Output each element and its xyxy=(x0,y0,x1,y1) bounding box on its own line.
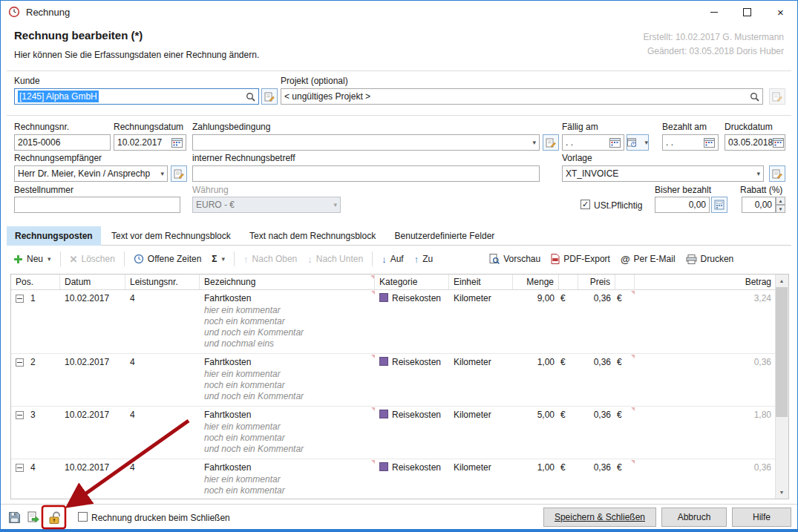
calendar-icon[interactable] xyxy=(609,137,621,148)
scroll-down-icon[interactable]: ▼ xyxy=(776,486,788,499)
invoice-item-row[interactable]: 310.02.20174FahrtkostenReisekostenKilome… xyxy=(11,407,776,421)
ust-pflichtig-label: USt.Pflichtig xyxy=(594,200,642,211)
auf-button[interactable]: ↓ Auf xyxy=(376,251,409,268)
rabatt-stepper[interactable]: ▲ ▼ xyxy=(776,197,785,213)
col-leistungsnr[interactable]: Leistungsnr. xyxy=(125,275,200,289)
maximize-button[interactable] xyxy=(730,1,764,23)
bisher-bezahlt-input[interactable]: 0,00 xyxy=(655,197,710,213)
stepper-down-icon[interactable]: ▼ xyxy=(776,205,785,213)
vorlage-edit-button[interactable] xyxy=(769,165,785,182)
calendar-icon[interactable] xyxy=(773,137,784,148)
projekt-edit-button xyxy=(769,88,785,105)
projekt-input[interactable]: < ungültiges Projekt > xyxy=(281,88,763,105)
cancel-button[interactable]: Abbruch xyxy=(661,508,727,527)
pdf-export-button[interactable]: PDF-Export xyxy=(546,251,615,267)
rechnungsnr-label: Rechnungsnr. xyxy=(14,122,69,132)
item-preis: 0,36 xyxy=(578,354,615,369)
kunde-label: Kunde xyxy=(14,76,40,86)
col-einheit[interactable]: Einheit xyxy=(449,275,513,289)
zu-button[interactable]: ↑ Zu xyxy=(409,251,439,268)
projekt-search-icon[interactable] xyxy=(750,92,759,102)
vorschau-button[interactable]: Vorschau xyxy=(484,251,546,267)
druckdatum-input[interactable]: 03.05.2018 xyxy=(725,134,785,151)
bestellnummer-input[interactable] xyxy=(14,197,180,213)
scrollbar-thumb[interactable] xyxy=(776,287,788,417)
collapse-row-icon[interactable] xyxy=(16,358,24,367)
nach-unten-button: ↓ Nach Unten xyxy=(302,251,368,268)
stepper-up-icon[interactable]: ▲ xyxy=(776,197,785,205)
export-button[interactable] xyxy=(24,508,42,526)
vorlage-combobox[interactable]: XT_INVOICE ▾ xyxy=(562,165,764,182)
item-preis-currency: € xyxy=(615,354,635,369)
zahlungsbedingung-edit-button[interactable] xyxy=(543,134,559,151)
faellig-am-options-button[interactable]: ▾ xyxy=(627,134,649,151)
item-comment: und noch ein Kommentar xyxy=(200,327,776,338)
scroll-up-icon[interactable]: ▲ xyxy=(776,275,788,287)
calendar-icon[interactable] xyxy=(171,137,183,148)
neu-button[interactable]: Neu ▾ xyxy=(8,251,56,267)
offene-zeiten-button[interactable]: Offene Zeiten xyxy=(128,251,207,267)
item-pos: 4 xyxy=(30,462,36,473)
item-betrag: 3,24 xyxy=(635,290,776,305)
item-comment: und noch ein Kommentar xyxy=(200,391,776,402)
col-menge[interactable]: Menge xyxy=(513,275,559,289)
bezahlt-am-input[interactable]: . . xyxy=(662,134,719,151)
col-preis[interactable]: Preis xyxy=(578,275,615,289)
tab-text-vor-rechnungsblock[interactable]: Text vor dem Rechnungsblock xyxy=(103,226,239,246)
loeschen-button: ✕ Löschen xyxy=(65,251,120,268)
edit-icon xyxy=(772,91,782,102)
calculator-icon xyxy=(714,200,725,210)
help-button[interactable]: Hilfe xyxy=(732,508,791,527)
tab-benutzerdefinierte-felder[interactable]: Benutzerdefinierte Felder xyxy=(387,226,503,246)
separator xyxy=(7,70,791,71)
close-button[interactable]: × xyxy=(764,1,797,23)
zahlungsbedingung-combobox[interactable]: ▾ xyxy=(192,134,540,151)
plus-icon xyxy=(13,254,23,264)
col-kategorie[interactable]: Kategorie xyxy=(375,275,449,289)
kunde-search-icon[interactable] xyxy=(246,92,255,102)
rechnungsnr-value: 2015-0006 xyxy=(18,137,60,148)
item-bezeichnung: Fahrtkosten xyxy=(200,290,375,305)
collapse-row-icon[interactable] xyxy=(16,411,24,419)
col-betrag[interactable]: Betrag xyxy=(635,275,776,289)
rechnungsempfaenger-edit-button[interactable] xyxy=(171,165,187,182)
save-close-button[interactable]: Speichern & Schließen xyxy=(543,508,656,527)
item-comments: hier ein kommentarnoch ein kommentarund … xyxy=(11,305,776,349)
tab-text-nach-rechnungsblock[interactable]: Text nach dem Rechnungsblock xyxy=(241,226,384,246)
item-pos: 1 xyxy=(30,293,36,303)
rechnungsnr-input[interactable]: 2015-0006 xyxy=(14,134,111,151)
collapse-row-icon[interactable] xyxy=(16,464,24,472)
bisher-bezahlt-calculator-button[interactable] xyxy=(711,197,727,213)
col-datum[interactable]: Datum xyxy=(60,275,125,289)
calendar-icon[interactable] xyxy=(704,137,715,148)
edit-icon xyxy=(174,168,184,179)
invoice-item-row[interactable]: 110.02.20174FahrtkostenReisekostenKilome… xyxy=(11,290,776,305)
collapse-row-icon[interactable] xyxy=(16,295,24,303)
edit-icon xyxy=(772,168,782,179)
ust-pflichtig-checkbox[interactable]: ✓ xyxy=(580,200,590,209)
chevron-down-icon: ▾ xyxy=(48,255,51,263)
minimize-button[interactable] xyxy=(697,1,730,23)
per-email-button[interactable]: @ Per E-Mail xyxy=(615,251,681,268)
rechnungsempfaenger-combobox[interactable]: Herr Dr. Meier, Kevin / Ansprechp ▾ xyxy=(14,165,168,182)
drucken-button[interactable]: Drucken xyxy=(681,251,739,267)
unlock-button[interactable] xyxy=(45,508,63,526)
print-on-close-checkbox[interactable] xyxy=(78,512,88,522)
col-pos[interactable]: Pos. xyxy=(11,275,60,289)
save-button[interactable] xyxy=(5,508,23,526)
kunde-input[interactable]: [1245] Alpha GmbH xyxy=(14,88,259,105)
rabatt-input[interactable]: 0,00 xyxy=(742,197,776,213)
rechnungsdatum-input[interactable]: 10.02.2017 xyxy=(114,134,186,151)
kunde-edit-button[interactable] xyxy=(261,88,278,105)
invoice-item-row[interactable]: 210.02.20174FahrtkostenReisekostenKilome… xyxy=(11,354,776,369)
tab-rechnungsposten[interactable]: Rechnungsposten xyxy=(7,226,101,246)
collapse-all-icon: ↑ xyxy=(414,254,419,265)
faellig-am-input[interactable]: . . xyxy=(562,134,624,151)
vertical-scrollbar[interactable]: ▲ ▼ xyxy=(775,275,788,499)
invoice-item-row[interactable]: 410.02.20174FahrtkostenReisekostenKilome… xyxy=(11,459,776,474)
sum-button[interactable]: Σ ▾ xyxy=(206,251,230,267)
col-bezeichnung[interactable]: Bezeichnung xyxy=(200,275,375,289)
title-bar: Rechnung × xyxy=(1,1,797,23)
item-preis-currency: € xyxy=(615,290,635,305)
betreff-input[interactable] xyxy=(192,165,540,182)
